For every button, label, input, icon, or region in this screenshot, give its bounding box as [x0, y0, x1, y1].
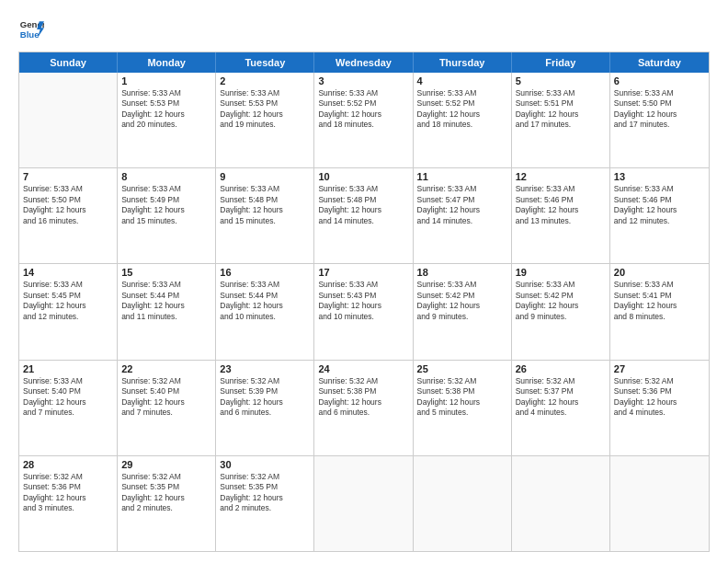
calendar-cell: 18Sunrise: 5:33 AMSunset: 5:42 PMDayligh… [414, 264, 512, 359]
day-info: Sunrise: 5:33 AMSunset: 5:46 PMDaylight:… [614, 184, 705, 226]
calendar-cell [314, 456, 413, 551]
day-number: 6 [614, 75, 705, 86]
day-info: Sunrise: 5:32 AMSunset: 5:37 PMDaylight:… [516, 376, 606, 419]
day-number: 27 [614, 363, 705, 374]
calendar: SundayMondayTuesdayWednesdayThursdayFrid… [18, 52, 710, 552]
calendar-cell: 17Sunrise: 5:33 AMSunset: 5:43 PMDayligh… [314, 264, 413, 359]
calendar-cell: 27Sunrise: 5:32 AMSunset: 5:36 PMDayligh… [610, 361, 709, 455]
calendar-cell: 15Sunrise: 5:33 AMSunset: 5:44 PMDayligh… [118, 264, 216, 359]
day-info: Sunrise: 5:33 AMSunset: 5:42 PMDaylight:… [417, 280, 507, 322]
day-number: 12 [516, 171, 606, 182]
day-info: Sunrise: 5:33 AMSunset: 5:51 PMDaylight:… [516, 88, 606, 131]
day-info: Sunrise: 5:33 AMSunset: 5:50 PMDaylight:… [614, 88, 705, 131]
calendar-week-4: 21Sunrise: 5:33 AMSunset: 5:40 PMDayligh… [19, 360, 709, 455]
day-number: 26 [516, 363, 606, 374]
svg-text:Blue: Blue [20, 29, 40, 40]
day-info: Sunrise: 5:33 AMSunset: 5:53 PMDaylight:… [121, 88, 211, 131]
day-number: 3 [318, 75, 408, 86]
header-day-tuesday: Tuesday [216, 52, 314, 73]
day-number: 29 [121, 459, 211, 470]
day-info: Sunrise: 5:33 AMSunset: 5:42 PMDaylight:… [516, 280, 606, 322]
day-number: 5 [516, 75, 606, 86]
calendar-cell: 6Sunrise: 5:33 AMSunset: 5:50 PMDaylight… [610, 73, 709, 167]
calendar-cell: 8Sunrise: 5:33 AMSunset: 5:49 PMDaylight… [118, 168, 216, 263]
calendar-cell [610, 456, 709, 551]
calendar-cell: 5Sunrise: 5:33 AMSunset: 5:51 PMDaylight… [512, 73, 610, 167]
calendar-cell: 16Sunrise: 5:33 AMSunset: 5:44 PMDayligh… [216, 264, 314, 359]
day-info: Sunrise: 5:33 AMSunset: 5:48 PMDaylight:… [220, 184, 310, 226]
calendar-cell [414, 456, 512, 551]
day-info: Sunrise: 5:33 AMSunset: 5:49 PMDaylight:… [121, 184, 211, 226]
day-number: 7 [23, 171, 113, 182]
day-number: 11 [417, 171, 507, 182]
day-number: 18 [417, 267, 507, 278]
calendar-cell: 14Sunrise: 5:33 AMSunset: 5:45 PMDayligh… [19, 264, 118, 359]
header-day-wednesday: Wednesday [314, 52, 413, 73]
day-number: 23 [220, 363, 310, 374]
day-number: 21 [23, 363, 113, 374]
calendar-cell: 19Sunrise: 5:33 AMSunset: 5:42 PMDayligh… [512, 264, 610, 359]
calendar-cell: 7Sunrise: 5:33 AMSunset: 5:50 PMDaylight… [19, 168, 118, 263]
header-day-thursday: Thursday [414, 52, 512, 73]
calendar-cell [19, 73, 118, 167]
calendar-cell: 26Sunrise: 5:32 AMSunset: 5:37 PMDayligh… [512, 361, 610, 455]
day-info: Sunrise: 5:33 AMSunset: 5:45 PMDaylight:… [23, 280, 113, 322]
day-number: 22 [121, 363, 211, 374]
day-number: 2 [220, 75, 310, 86]
day-number: 4 [417, 75, 507, 86]
day-number: 14 [23, 267, 113, 278]
day-number: 15 [121, 267, 211, 278]
header-day-sunday: Sunday [19, 52, 118, 73]
day-number: 17 [318, 267, 408, 278]
calendar-week-5: 28Sunrise: 5:32 AMSunset: 5:36 PMDayligh… [19, 455, 709, 551]
calendar-cell: 30Sunrise: 5:32 AMSunset: 5:35 PMDayligh… [216, 456, 314, 551]
day-info: Sunrise: 5:33 AMSunset: 5:44 PMDaylight:… [220, 280, 310, 322]
calendar-cell: 13Sunrise: 5:33 AMSunset: 5:46 PMDayligh… [610, 168, 709, 263]
calendar-cell: 10Sunrise: 5:33 AMSunset: 5:48 PMDayligh… [314, 168, 413, 263]
calendar-cell: 25Sunrise: 5:32 AMSunset: 5:38 PMDayligh… [414, 361, 512, 455]
day-info: Sunrise: 5:32 AMSunset: 5:35 PMDaylight:… [121, 472, 211, 514]
day-number: 16 [220, 267, 310, 278]
calendar-cell: 22Sunrise: 5:32 AMSunset: 5:40 PMDayligh… [118, 361, 216, 455]
day-info: Sunrise: 5:33 AMSunset: 5:47 PMDaylight:… [417, 184, 507, 226]
day-info: Sunrise: 5:32 AMSunset: 5:36 PMDaylight:… [23, 472, 113, 514]
day-info: Sunrise: 5:33 AMSunset: 5:52 PMDaylight:… [417, 88, 507, 131]
calendar-cell: 12Sunrise: 5:33 AMSunset: 5:46 PMDayligh… [512, 168, 610, 263]
day-info: Sunrise: 5:32 AMSunset: 5:35 PMDaylight:… [220, 472, 310, 514]
day-info: Sunrise: 5:33 AMSunset: 5:40 PMDaylight:… [23, 376, 113, 419]
calendar-cell: 23Sunrise: 5:32 AMSunset: 5:39 PMDayligh… [216, 361, 314, 455]
logo-icon: General Blue [18, 17, 44, 42]
day-number: 13 [614, 171, 705, 182]
calendar-header: SundayMondayTuesdayWednesdayThursdayFrid… [19, 52, 709, 73]
day-info: Sunrise: 5:33 AMSunset: 5:53 PMDaylight:… [220, 88, 310, 131]
header-day-monday: Monday [118, 52, 216, 73]
page-header: General Blue [18, 17, 710, 42]
day-number: 1 [121, 75, 211, 86]
calendar-cell: 21Sunrise: 5:33 AMSunset: 5:40 PMDayligh… [19, 361, 118, 455]
day-info: Sunrise: 5:33 AMSunset: 5:43 PMDaylight:… [318, 280, 408, 322]
day-number: 28 [23, 459, 113, 470]
day-info: Sunrise: 5:33 AMSunset: 5:50 PMDaylight:… [23, 184, 113, 226]
day-info: Sunrise: 5:32 AMSunset: 5:36 PMDaylight:… [614, 376, 705, 419]
day-number: 10 [318, 171, 408, 182]
calendar-cell: 11Sunrise: 5:33 AMSunset: 5:47 PMDayligh… [414, 168, 512, 263]
day-info: Sunrise: 5:32 AMSunset: 5:40 PMDaylight:… [121, 376, 211, 419]
day-number: 20 [614, 267, 705, 278]
day-info: Sunrise: 5:33 AMSunset: 5:41 PMDaylight:… [614, 280, 705, 322]
day-info: Sunrise: 5:32 AMSunset: 5:38 PMDaylight:… [417, 376, 507, 419]
day-info: Sunrise: 5:33 AMSunset: 5:52 PMDaylight:… [318, 88, 408, 131]
day-info: Sunrise: 5:32 AMSunset: 5:39 PMDaylight:… [220, 376, 310, 419]
calendar-cell: 1Sunrise: 5:33 AMSunset: 5:53 PMDaylight… [118, 73, 216, 167]
day-number: 19 [516, 267, 606, 278]
calendar-cell [512, 456, 610, 551]
day-number: 24 [318, 363, 408, 374]
header-day-saturday: Saturday [610, 52, 709, 73]
day-info: Sunrise: 5:32 AMSunset: 5:38 PMDaylight:… [318, 376, 408, 419]
calendar-cell: 3Sunrise: 5:33 AMSunset: 5:52 PMDaylight… [314, 73, 413, 167]
calendar-cell: 29Sunrise: 5:32 AMSunset: 5:35 PMDayligh… [118, 456, 216, 551]
day-info: Sunrise: 5:33 AMSunset: 5:44 PMDaylight:… [121, 280, 211, 322]
day-number: 25 [417, 363, 507, 374]
calendar-cell: 24Sunrise: 5:32 AMSunset: 5:38 PMDayligh… [314, 361, 413, 455]
calendar-week-3: 14Sunrise: 5:33 AMSunset: 5:45 PMDayligh… [19, 263, 709, 359]
calendar-cell: 2Sunrise: 5:33 AMSunset: 5:53 PMDaylight… [216, 73, 314, 167]
